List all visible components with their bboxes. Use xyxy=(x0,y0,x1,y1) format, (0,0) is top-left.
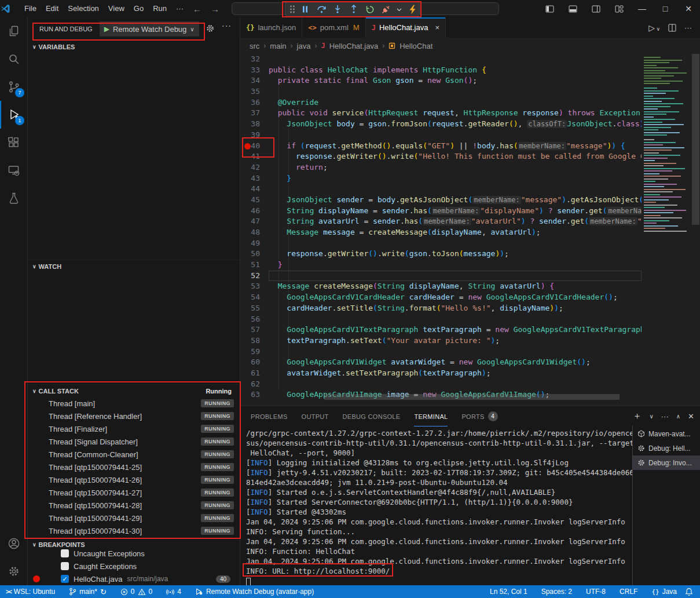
line-number-gutter[interactable]: 49 xyxy=(240,238,269,249)
tab-hellochat-java[interactable]: J HelloChat.java × xyxy=(366,17,446,38)
menu-go[interactable]: Go xyxy=(129,4,148,13)
line-number-gutter[interactable]: 57 xyxy=(240,324,269,336)
scrollbar-thumb[interactable] xyxy=(692,54,699,225)
line-number-gutter[interactable]: 50 xyxy=(240,249,269,260)
code-line-43[interactable]: 43 } xyxy=(240,173,642,184)
call-stack-thread-row[interactable]: Thread [Common-Cleaner]RUNNING xyxy=(28,448,240,461)
terminal-instance-debug[interactable]: Debug: Invo... xyxy=(633,455,700,470)
run-file-button[interactable]: ▷ ∨ xyxy=(648,23,660,32)
line-number-gutter[interactable]: 43 xyxy=(240,173,269,184)
code-line-57[interactable]: 57 GoogleAppsCardV1TextParagraph textPar… xyxy=(240,324,642,336)
minimap[interactable] xyxy=(642,54,691,406)
debug-session-status[interactable]: Remote Watch Debug (avatar-app) xyxy=(191,585,318,598)
line-number-gutter[interactable]: 55 xyxy=(240,303,269,314)
call-stack-thread-row[interactable]: Thread [main]RUNNING xyxy=(28,397,240,410)
tab-output[interactable]: OUTPUT xyxy=(302,406,329,426)
call-stack-thread-row[interactable]: Thread [Reference Handler]RUNNING xyxy=(28,410,240,422)
line-number-gutter[interactable]: 52 xyxy=(240,271,269,282)
code-line-35[interactable]: 35 xyxy=(240,86,642,97)
call-stack-thread-row[interactable]: Thread [Signal Dispatcher]RUNNING xyxy=(28,435,240,448)
line-number-gutter[interactable]: 62 xyxy=(240,379,269,390)
line-number-gutter[interactable]: 58 xyxy=(240,336,269,347)
call-stack-thread-row[interactable]: Thread [qtp1500079441-26]RUNNING xyxy=(28,473,240,486)
terminal-dropdown-icon[interactable]: ∨ xyxy=(649,413,653,420)
eol-status[interactable]: CRLF xyxy=(615,585,642,598)
code-line-52[interactable]: 52 xyxy=(240,271,642,282)
line-number-gutter[interactable]: 34 xyxy=(240,75,269,86)
code-line-49[interactable]: 49 xyxy=(240,238,642,249)
call-stack-thread-row[interactable]: Thread [qtp1500079441-25]RUNNING xyxy=(28,461,240,473)
breadcrumb[interactable]: src › main › java › J HelloChat.java › H… xyxy=(240,38,700,54)
code-line-41[interactable]: 41 response.getWriter().write("Hello! Th… xyxy=(240,151,642,162)
tab-terminal[interactable]: TERMINAL xyxy=(414,406,448,426)
code-line-55[interactable]: 55 cardHeader.setTitle(String.format("He… xyxy=(240,303,642,314)
forwarded-ports-status[interactable]: 4 xyxy=(162,585,185,598)
call-stack-thread-row[interactable]: Thread [qtp1500079441-30]RUNNING xyxy=(28,524,240,537)
remote-indicator[interactable]: >< WSL: Ubuntu xyxy=(0,585,59,598)
line-number-gutter[interactable]: 53 xyxy=(240,281,269,292)
breakpoint-uncaught-exceptions[interactable]: Uncaught Exceptions xyxy=(28,547,240,560)
indentation-status[interactable]: Spaces: 2 xyxy=(537,585,576,598)
editor-scrollbar[interactable] xyxy=(691,54,700,406)
line-number-gutter[interactable]: 45 xyxy=(240,195,269,206)
menu-run[interactable]: Run xyxy=(148,4,171,13)
start-debug-icon[interactable]: ▶ xyxy=(104,25,109,33)
disconnect-dropdown-icon[interactable] xyxy=(395,2,404,16)
line-number-gutter[interactable]: 46 xyxy=(240,206,269,217)
panel-more-icon[interactable]: ··· xyxy=(661,412,669,421)
run-and-debug-icon[interactable]: 1 xyxy=(0,101,28,129)
call-stack-thread-row[interactable]: Thread [Finalizer]RUNNING xyxy=(28,422,240,435)
code-line-62[interactable]: 62 xyxy=(240,379,642,390)
extensions-icon[interactable] xyxy=(0,129,28,156)
settings-gear-icon[interactable] xyxy=(0,557,28,585)
line-number-gutter[interactable]: 48 xyxy=(240,227,269,238)
code-line-51[interactable]: 51 } xyxy=(240,260,642,271)
checkbox-unchecked[interactable] xyxy=(61,549,69,557)
line-number-gutter[interactable]: 61 xyxy=(240,368,269,379)
close-window-button[interactable]: ✕ xyxy=(677,0,700,17)
tab-launch-json[interactable]: {} launch.json xyxy=(240,17,302,38)
call-stack-section-header[interactable]: ∨ CALL STACK Running xyxy=(28,384,240,397)
step-over-button[interactable] xyxy=(314,2,329,16)
cursor-position-status[interactable]: Ln 52, Col 1 xyxy=(486,585,532,598)
pause-button[interactable] xyxy=(298,2,313,16)
line-number-gutter[interactable]: 32 xyxy=(240,54,269,65)
code-line-39[interactable]: 39 xyxy=(240,130,642,141)
remote-explorer-icon[interactable] xyxy=(0,156,28,184)
problems-status[interactable]: 0 0 xyxy=(116,585,156,598)
call-stack-thread-row[interactable]: Thread [qtp1500079441-29]RUNNING xyxy=(28,512,240,524)
line-number-gutter[interactable]: 54 xyxy=(240,292,269,303)
editor-more-icon[interactable]: ··· xyxy=(684,23,692,32)
close-panel-icon[interactable]: ✕ xyxy=(688,412,694,421)
nav-forward-icon[interactable]: → xyxy=(206,4,224,14)
maximize-button[interactable]: □ xyxy=(654,0,677,17)
menu-edit[interactable]: Edit xyxy=(41,4,63,13)
variables-section-header[interactable]: ∨ VARIABLES xyxy=(28,41,240,53)
checkbox-checked[interactable]: ✓ xyxy=(61,575,69,583)
code-line-58[interactable]: 58 textParagraph.setText("Your avatar pi… xyxy=(240,336,642,347)
terminal-instance-maven[interactable]: Maven-avat... xyxy=(633,426,700,441)
line-number-gutter[interactable]: 35 xyxy=(240,86,269,97)
code-line-40[interactable]: 40 if (request.getMethod().equals("GET")… xyxy=(240,141,642,152)
testing-icon[interactable] xyxy=(0,184,28,212)
debug-config-picker[interactable]: ▶ Remote Watch Debug ∨ xyxy=(100,21,199,37)
language-mode-status[interactable]: {} Java xyxy=(647,585,681,598)
line-number-gutter[interactable]: 40 xyxy=(240,141,269,152)
debug-settings-gear-icon[interactable] xyxy=(205,23,215,34)
accounts-icon[interactable] xyxy=(0,530,28,557)
menu-more[interactable]: ··· xyxy=(171,0,188,17)
breakpoint-file-row[interactable]: ✓ HelloChat.java src/main/java 40 xyxy=(28,573,240,585)
encoding-status[interactable]: UTF-8 xyxy=(582,585,610,598)
code-line-34[interactable]: 34 private static final Gson gson = new … xyxy=(240,75,642,86)
code-line-47[interactable]: 47 String avatarUrl = sender.has(memberN… xyxy=(240,216,642,227)
toolbar-drag-grip-icon[interactable] xyxy=(288,2,296,16)
source-control-icon[interactable]: 7 xyxy=(0,73,28,101)
code-editor[interactable]: 3233public class HelloChat implements Ht… xyxy=(240,54,642,406)
line-number-gutter[interactable]: 41 xyxy=(240,151,269,162)
line-number-gutter[interactable]: 37 xyxy=(240,108,269,119)
code-line-54[interactable]: 54 GoogleAppsCardV1CardHeader cardHeader… xyxy=(240,292,642,303)
menu-view[interactable]: View xyxy=(104,4,129,13)
terminal-instance-debug[interactable]: Debug: Hell... xyxy=(633,441,700,455)
line-number-gutter[interactable]: 39 xyxy=(240,130,269,141)
tab-debug-console[interactable]: DEBUG CONSOLE xyxy=(343,406,401,426)
